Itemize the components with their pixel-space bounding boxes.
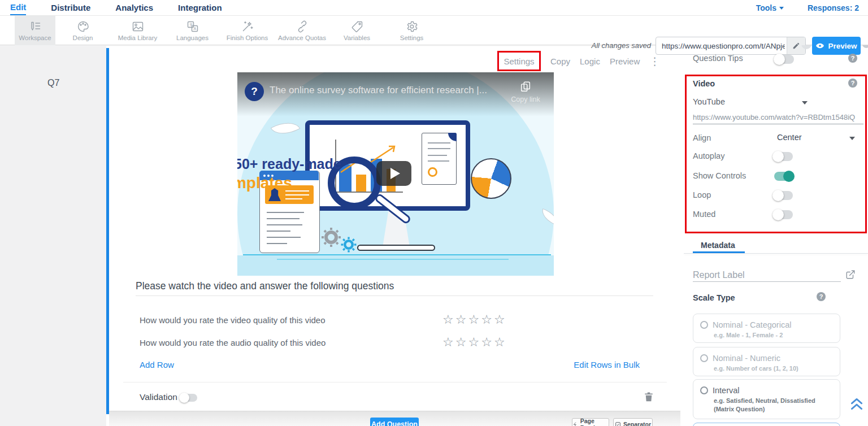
settings-annotation-box: Settings [497, 51, 541, 71]
star-icon: ☆ [494, 335, 507, 349]
channel-avatar[interactable]: ? [245, 82, 264, 101]
external-link-icon[interactable] [845, 269, 856, 282]
scale-type-title: Scale Type [693, 293, 735, 302]
validation-toggle[interactable] [181, 394, 197, 402]
question-code[interactable]: Q7 [47, 78, 59, 88]
add-row-link[interactable]: Add Row [140, 360, 174, 370]
toolbar-variables[interactable]: Variables [329, 16, 384, 45]
star-rating-row-1[interactable]: ☆☆☆☆☆ [442, 312, 507, 327]
question-logic-tab[interactable]: Logic [580, 56, 600, 66]
nav-tab-edit[interactable]: Edit [10, 1, 26, 15]
question-tips-label: Question Tips [693, 54, 743, 63]
question-text[interactable]: Please watch the video and answer the fo… [136, 280, 394, 292]
report-label-input[interactable] [693, 268, 841, 282]
toolbar-design[interactable]: Design [55, 16, 110, 45]
scale-option-nominal-categorical[interactable]: Nominal - Categorical e.g. Male - 1, Fem… [693, 314, 840, 343]
top-navigation: Edit Distribute Analytics Integration To… [0, 0, 868, 16]
star-icon: ☆ [455, 312, 468, 327]
show-controls-toggle[interactable] [774, 172, 793, 181]
page-break-icon [572, 421, 578, 426]
image-icon [131, 20, 145, 33]
nav-tab-distribute[interactable]: Distribute [51, 1, 90, 15]
nav-tab-integration[interactable]: Integration [178, 1, 222, 15]
star-rating-row-2[interactable]: ☆☆☆☆☆ [442, 335, 507, 349]
nav-tab-analytics[interactable]: Analytics [115, 1, 153, 15]
star-icon: ☆ [442, 335, 455, 349]
toolbar-languages[interactable]: 文A Languages [165, 16, 220, 45]
muted-toggle[interactable] [774, 210, 793, 219]
scale-option-nominal-numeric[interactable]: Nominal - Numeric e.g. Number of cars (1… [693, 347, 840, 376]
toolbar-media-library[interactable]: Media Library [110, 16, 165, 45]
scale-type-help-icon[interactable]: ? [817, 292, 826, 301]
kebab-menu-icon[interactable]: ⋮ [649, 56, 660, 66]
loop-toggle[interactable] [774, 191, 793, 200]
question-settings-tab[interactable]: Settings [504, 56, 534, 66]
scale-option-partial[interactable] [693, 423, 840, 426]
toolbar-finish-options[interactable]: Finish Options [220, 16, 275, 45]
tools-menu[interactable]: Tools [756, 3, 784, 12]
thumbnail-promo-text: 50+ ready-made [237, 156, 341, 172]
youtube-video-player[interactable]: 50+ ready-made templates ? The online su… [237, 72, 554, 276]
play-icon [390, 168, 400, 179]
radio-icon[interactable] [700, 321, 708, 329]
play-button[interactable] [376, 161, 411, 186]
link-icon [296, 20, 309, 33]
magic-wand-icon [241, 20, 254, 33]
delete-question-button[interactable] [644, 391, 654, 405]
chevron-down-icon[interactable] [802, 101, 808, 105]
radio-icon[interactable] [700, 354, 708, 362]
toolbar-advance-quotas[interactable]: Advance Quotas [275, 16, 329, 45]
divider [684, 253, 868, 254]
workspace-icon [28, 20, 42, 33]
separator-button[interactable]: Separator [613, 418, 653, 426]
loop-label: Loop [693, 190, 711, 199]
autoplay-toggle[interactable] [774, 152, 793, 161]
responses-link[interactable]: Responses: 2 [808, 3, 859, 12]
star-icon: ☆ [481, 312, 494, 327]
matrix-row-label[interactable]: How would you rate the video quality of … [140, 315, 326, 325]
question-list-sidebar: Q7 [0, 45, 106, 426]
gear-icon [405, 20, 419, 33]
divider [123, 382, 667, 382]
svg-text:A: A [193, 27, 196, 31]
tag-icon [350, 20, 364, 33]
toolbar-settings[interactable]: Settings [384, 16, 439, 45]
gear-graphic [320, 226, 342, 249]
matrix-row-label[interactable]: How would you rate the audio quality of … [140, 338, 326, 347]
question-tips-help-icon[interactable]: ? [848, 54, 857, 63]
translate-icon: 文A [186, 20, 199, 33]
palette-icon [76, 20, 90, 33]
align-label: Align [693, 133, 711, 142]
autoplay-label: Autoplay [693, 151, 724, 160]
chevron-down-icon [779, 7, 784, 10]
question-tips-toggle[interactable] [775, 55, 794, 64]
radio-icon[interactable] [700, 386, 708, 394]
tab-metadata[interactable]: Metadata [701, 241, 735, 250]
questionpro-edit-page: Edit Distribute Analytics Integration To… [0, 0, 868, 426]
star-icon: ☆ [442, 312, 455, 327]
scale-option-interval[interactable]: Interval e.g. Satisfied, Neutral, Dissat… [693, 379, 840, 419]
validation-label: Validation [140, 392, 177, 402]
edit-toolbar: Workspace Design Media Library 文A Langua… [0, 16, 868, 45]
svg-text:文: 文 [189, 23, 193, 27]
gear-graphic-small [340, 236, 357, 253]
align-select[interactable]: Center [777, 133, 802, 142]
question-preview-tab[interactable]: Preview [610, 56, 640, 66]
chevron-down-icon[interactable] [849, 137, 855, 140]
panel-scroll-peek [680, 45, 868, 50]
toolbar-workspace[interactable]: Workspace [15, 16, 55, 45]
collapse-panel-button[interactable] [849, 396, 864, 414]
copy-link-button[interactable]: Copy link [506, 80, 545, 103]
video-help-icon[interactable]: ? [848, 79, 857, 88]
video-title[interactable]: The online survey software for efficient… [270, 85, 501, 96]
video-url-input[interactable]: https://www.youtube.com/watch?v=RBDtm154… [693, 113, 855, 121]
question-copy-tab[interactable]: Copy [550, 56, 570, 66]
star-icon: ☆ [468, 335, 481, 349]
edit-rows-in-bulk-link[interactable]: Edit Rows in Bulk [573, 360, 640, 370]
star-icon: ☆ [494, 312, 507, 327]
certificate-graphic [422, 133, 457, 185]
video-provider-select[interactable]: YouTube [693, 97, 725, 106]
add-question-button[interactable]: Add Question [370, 418, 419, 426]
video-url-underline [693, 124, 863, 124]
page-break-button[interactable]: Page Break [572, 418, 609, 426]
